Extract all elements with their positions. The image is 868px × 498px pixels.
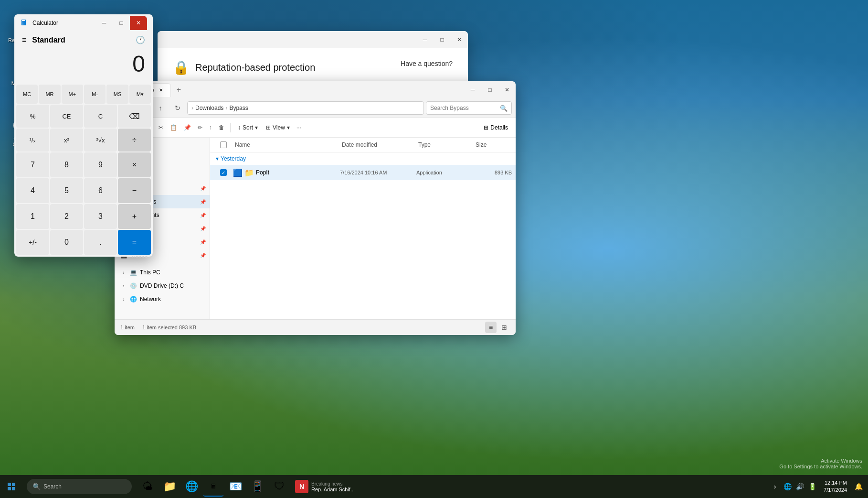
explorer-refresh-button[interactable]: ↻ [170, 100, 185, 116]
sidebar-item-network[interactable]: › 🌐 Network [115, 292, 210, 306]
taskbar-edge-button[interactable]: 🌐 [181, 476, 201, 497]
clock-date: 7/17/2024 [824, 487, 847, 494]
list-view-button[interactable]: ≡ [485, 322, 497, 333]
calc-1-btn[interactable]: 1 [16, 204, 49, 229]
tray-icons: › 🌐 🔊 🔋 [769, 481, 818, 492]
calc-c-btn[interactable]: C [84, 105, 117, 128]
calc-add-btn[interactable]: + [118, 204, 151, 229]
security-maximize-button[interactable]: □ [434, 31, 451, 48]
taskbar-search-bar[interactable]: 🔍 Search [27, 479, 132, 494]
calc-percent-btn[interactable]: % [16, 105, 49, 128]
calc-9-btn[interactable]: 9 [84, 152, 117, 177]
details-label: Details [490, 124, 508, 131]
calc-0-btn[interactable]: 0 [50, 230, 83, 255]
more-icon: ··· [296, 124, 301, 131]
cut-button[interactable]: ✂ [156, 120, 166, 135]
calculator-display: 0 [14, 46, 153, 85]
explorer-new-tab-button[interactable]: + [172, 83, 185, 97]
calc-3-btn[interactable]: 3 [84, 204, 117, 229]
name-column-header[interactable]: Name [233, 140, 340, 150]
calc-multiply-btn[interactable]: × [118, 152, 151, 177]
sort-icon: ↕ [238, 124, 241, 131]
share-button[interactable]: ↑ [206, 120, 215, 135]
breaking-news-area[interactable]: N Breaking news Rep. Adam Schif... [295, 480, 355, 493]
taskbar-calculator-button[interactable]: 🖩 [203, 476, 223, 497]
grid-view-button[interactable]: ⊞ [498, 322, 510, 333]
calc-divide-btn[interactable]: ÷ [118, 129, 151, 152]
tray-network-icon[interactable]: 🌐 [782, 481, 793, 492]
calc-plusminus-btn[interactable]: +/- [16, 230, 49, 255]
calc-backspace-btn[interactable]: ⌫ [118, 105, 151, 128]
calculator-menu-icon[interactable]: ≡ [20, 34, 28, 46]
tray-volume-icon[interactable]: 🔊 [794, 481, 805, 492]
table-row[interactable]: ✓ 🟦 📁 PopIt 7/16/2024 10:16 AM Applicati… [210, 165, 516, 180]
calc-decimal-btn[interactable]: . [84, 230, 117, 255]
breaking-news-text: Breaking news Rep. Adam Schif... [311, 481, 355, 492]
calc-2-btn[interactable]: 2 [50, 204, 83, 229]
file-group-yesterday[interactable]: ▾ Yesterday [210, 152, 516, 165]
desktop-pin-icon: 📌 [200, 186, 206, 191]
calc-7-btn[interactable]: 7 [16, 152, 49, 177]
calculator-minimize-button[interactable]: ─ [95, 16, 113, 30]
sidebar-item-dvd-drive[interactable]: › 💿 DVD Drive (D:) C [115, 279, 210, 292]
calc-8-btn[interactable]: 8 [50, 152, 83, 177]
explorer-close-button[interactable]: ✕ [498, 81, 516, 98]
sidebar-item-this-pc[interactable]: › 💻 This PC [115, 266, 210, 279]
size-column-header[interactable]: Size [474, 140, 512, 150]
pictures-pin-icon: 📌 [200, 226, 206, 231]
explorer-search-bar[interactable]: 🔍 [426, 101, 512, 115]
calculator-history-icon[interactable]: 🕐 [134, 33, 147, 46]
calc-ms-btn[interactable]: MS [106, 85, 128, 104]
explorer-minimize-button[interactable]: ─ [464, 81, 481, 98]
taskbar-start-button[interactable] [0, 475, 23, 498]
delete-button[interactable]: 🗑 [216, 120, 227, 135]
calc-equals-btn[interactable]: = [118, 230, 151, 255]
calc-square-btn[interactable]: x² [50, 129, 83, 152]
calc-6-btn[interactable]: 6 [84, 178, 117, 203]
taskbar-mail-button[interactable]: 📧 [225, 476, 245, 497]
popit-checkbox[interactable]: ✓ [220, 169, 227, 176]
path-downloads[interactable]: Downloads [195, 105, 223, 111]
calc-mc-btn[interactable]: MC [16, 85, 38, 104]
taskbar-security-button[interactable]: 🛡 [269, 476, 289, 497]
calc-subtract-btn[interactable]: − [118, 178, 151, 203]
type-column-header[interactable]: Type [416, 140, 474, 150]
calc-5-btn[interactable]: 5 [50, 178, 83, 203]
security-close-button[interactable]: ✕ [451, 31, 468, 48]
date-modified-column-header[interactable]: Date modified [340, 140, 416, 150]
taskbar-file-explorer-button[interactable]: 📁 [159, 476, 180, 497]
view-button[interactable]: ⊞ View ▾ [263, 120, 293, 135]
calc-mplus-btn[interactable]: M+ [62, 85, 83, 104]
sort-button[interactable]: ↕ Sort ▾ [233, 120, 262, 135]
calc-4-btn[interactable]: 4 [16, 178, 49, 203]
calc-mr-btn[interactable]: MR [39, 85, 60, 104]
calc-mminus-btn[interactable]: M- [84, 85, 106, 104]
rename-button[interactable]: ✏ [195, 120, 205, 135]
tray-battery-icon[interactable]: 🔋 [806, 481, 818, 492]
copy-button[interactable]: 📋 [167, 120, 180, 135]
calc-sqrt-btn[interactable]: ²√x [84, 129, 117, 152]
calculator-close-button[interactable]: ✕ [130, 16, 147, 30]
tray-notifications-icon[interactable]: 🔔 [853, 481, 864, 492]
explorer-tab-close-button[interactable]: ✕ [157, 87, 165, 94]
calculator-maximize-button[interactable]: □ [113, 16, 130, 30]
explorer-maximize-button[interactable]: □ [481, 81, 498, 98]
calc-fraction-btn[interactable]: ¹/ₓ [16, 129, 49, 152]
calculator-app-icon: 🖩 [20, 19, 29, 27]
details-button[interactable]: ⊞ Details [480, 122, 512, 133]
tray-chevron-icon[interactable]: › [769, 481, 781, 492]
explorer-search-input[interactable] [430, 105, 497, 111]
security-minimize-button[interactable]: ─ [416, 31, 434, 48]
taskbar-widgets-button[interactable]: 🌤 [138, 476, 158, 497]
path-bypass[interactable]: Bypass [229, 105, 248, 111]
paste-button[interactable]: 📌 [181, 120, 194, 135]
explorer-content-area: 🏠 Home 🖼 Gallery ☁ OneDrive 🖥 Desktop 📌 [115, 138, 516, 319]
calc-mchevron-btn[interactable]: M▾ [129, 85, 151, 104]
explorer-up-button[interactable]: ↑ [153, 100, 168, 116]
explorer-address-bar[interactable]: › Downloads › Bypass [187, 101, 424, 115]
taskbar-phone-button[interactable]: 📱 [247, 476, 267, 497]
taskbar-clock[interactable]: 12:14 PM 7/17/2024 [820, 477, 851, 496]
select-all-checkbox[interactable] [220, 141, 227, 148]
calc-ce-btn[interactable]: CE [50, 105, 83, 128]
more-options-button[interactable]: ··· [294, 120, 304, 135]
